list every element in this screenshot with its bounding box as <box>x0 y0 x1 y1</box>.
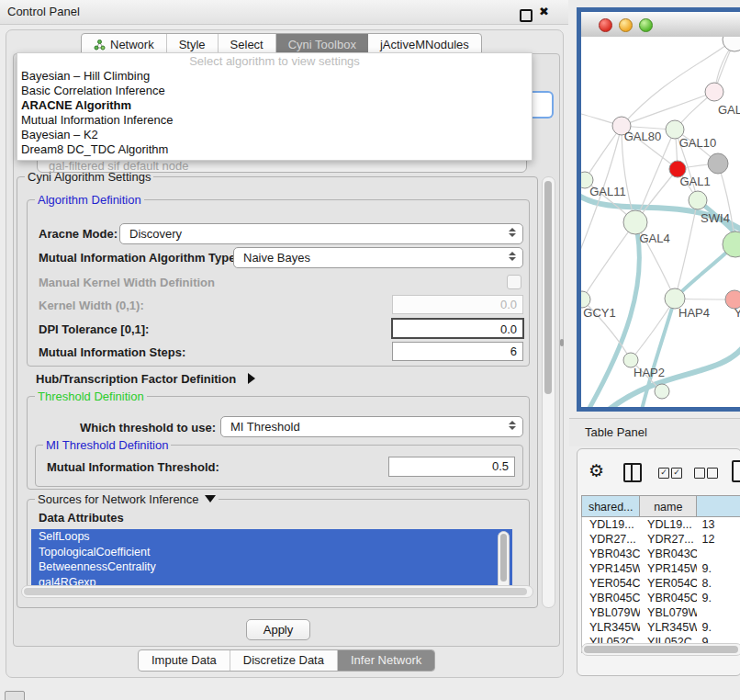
select-all-icon-2[interactable]: ✓ <box>671 468 682 479</box>
table-horizontal-scrollbar[interactable] <box>581 643 740 656</box>
table-cell: 9. <box>697 561 740 576</box>
bottom-tab-infer-network[interactable]: Infer Network <box>338 650 434 671</box>
dropdown-item[interactable]: Basic Correlation Inference <box>17 84 532 98</box>
table-row[interactable]: YPR145WYPR145W9. <box>582 561 740 576</box>
algorithm-definition-title: Algorithm Definition <box>35 193 144 207</box>
table-row[interactable]: YDL19...YDL19...13 <box>582 517 740 532</box>
dropdown-item[interactable]: Bayesian – K2 <box>17 128 532 142</box>
network-edge <box>585 126 622 180</box>
mi-threshold-field[interactable]: 0.5 <box>388 457 515 477</box>
gear-icon[interactable]: ⚙ <box>589 460 604 481</box>
aracne-mode-combo[interactable]: Discovery <box>119 223 523 244</box>
network-window: GALGAL80GAL10GAL1SWI4GAL4GCY1HAP4YHAP2GA… <box>577 7 740 412</box>
column-header[interactable]: name <box>639 495 696 517</box>
close-traffic-light-icon[interactable] <box>599 18 612 32</box>
which-threshold-label: Which threshold to use: <box>80 421 216 435</box>
dpi-tolerance-field[interactable]: 0.0 <box>391 318 524 339</box>
manual-kernel-checkbox[interactable] <box>507 275 521 289</box>
table-cell: YBR043C <box>640 547 696 561</box>
network-edge <box>622 92 714 126</box>
dropdown-item[interactable]: Bayesian – Hill Climbing <box>17 69 532 84</box>
table-row[interactable]: YER054CYER054C8. <box>582 576 740 591</box>
node-label: GAL <box>718 103 740 117</box>
dropdown-item[interactable]: Dream8 DC_TDC Algorithm <box>17 142 532 157</box>
app-root: Control Panel ✖ NetworkStyleSelectCyni T… <box>0 0 740 700</box>
attributes-scrollbar[interactable] <box>498 531 510 592</box>
table-row[interactable]: YBR045CYBR045C9. <box>582 591 740 605</box>
node-label: SWI4 <box>701 211 730 225</box>
network-node[interactable] <box>705 83 723 101</box>
stepper-icon <box>509 421 516 430</box>
which-threshold-value: MI Threshold <box>230 420 300 434</box>
table-cell: YDR27... <box>582 532 640 547</box>
hub-definition-toggle[interactable]: Hub/Transcription Factor Definition <box>36 370 255 387</box>
attribute-item[interactable]: BetweennessCentrality <box>31 559 512 575</box>
dropdown-item[interactable]: ARACNE Algorithm <box>17 98 532 113</box>
mi-steps-field[interactable]: 6 <box>392 342 523 361</box>
table-cell: YBR043C <box>582 547 640 561</box>
data-attributes-label: Data Attributes <box>39 511 124 525</box>
expanded-arrow-icon <box>205 495 216 502</box>
bottom-tab-impute-data[interactable]: Impute Data <box>139 650 230 671</box>
deselect-all-icon[interactable] <box>694 468 705 479</box>
network-edge <box>631 299 675 360</box>
columns-icon[interactable] <box>623 463 642 482</box>
network-canvas[interactable]: GALGAL80GAL10GAL1SWI4GAL4GCY1HAP4YHAP2GA… <box>581 37 740 407</box>
close-icon[interactable]: ✖ <box>539 5 549 18</box>
network-node[interactable] <box>689 191 707 209</box>
split-pane-handle[interactable] <box>560 339 564 346</box>
dropdown-item[interactable]: Mutual Information Inference <box>17 113 532 128</box>
network-icon <box>94 40 106 51</box>
corner-widget[interactable] <box>5 691 25 700</box>
node-label: Y <box>734 306 740 320</box>
minimize-traffic-light-icon[interactable] <box>619 18 633 32</box>
attribute-item[interactable]: TopologicalCoefficient <box>31 545 512 560</box>
table-cell: YDR27... <box>640 532 696 547</box>
kernel-width-field: 0.0 <box>392 295 523 314</box>
column-header[interactable]: shared... <box>581 495 639 517</box>
algorithm-dropdown-list: Bayesian – Hill ClimbingBasic Correlatio… <box>17 69 532 157</box>
table-cell <box>697 547 740 561</box>
mi-type-combo[interactable]: Naive Bayes <box>233 247 523 268</box>
settings-horizontal-scrollbar[interactable] <box>21 585 533 598</box>
attribute-item[interactable]: SelfLoops <box>31 529 512 545</box>
node-label: GAL11 <box>589 185 626 198</box>
table-cell: 9. <box>697 620 740 635</box>
export-table-icon[interactable] <box>732 460 740 482</box>
bottom-tab-discretize-data[interactable]: Discretize Data <box>230 650 338 671</box>
table-panel: ⚙ ✓ ✓ shared...name YDL19...YDL19...13YD… <box>577 448 740 676</box>
table-cell: YER054C <box>582 576 640 591</box>
network-node[interactable] <box>655 384 669 399</box>
stepper-icon <box>509 252 516 261</box>
algorithm-dropdown: Select algorithm to view settings Bayesi… <box>17 52 533 161</box>
network-node[interactable] <box>708 153 728 174</box>
table-cell: YBR045C <box>640 591 696 605</box>
table-row[interactable]: YLR345WYLR345W9. <box>582 620 740 635</box>
table-panel-titlebar: Table Panel <box>569 418 740 446</box>
threshold-definition-title: Threshold Definition <box>35 390 147 403</box>
select-all-icon[interactable]: ✓ <box>658 468 669 479</box>
table-row[interactable]: YBL079WYBL079W <box>582 605 740 620</box>
network-node[interactable] <box>723 37 740 51</box>
table-cell: YLR345W <box>640 620 696 635</box>
check-glyph: ✓ <box>660 468 667 477</box>
network-edge <box>675 200 698 299</box>
column-header[interactable] <box>696 495 740 517</box>
mi-threshold-label: Mutual Information Threshold: <box>47 460 219 474</box>
control-panel-titlebar: Control Panel ✖ <box>0 0 568 25</box>
table-row[interactable]: YDR27...YDR27...12 <box>582 532 740 547</box>
settings-vertical-scrollbar[interactable] <box>542 176 555 608</box>
check-glyph: ✓ <box>673 468 680 477</box>
cyni-algorithm-settings-group: Cyni Algorithm Settings Algorithm Defini… <box>17 176 538 608</box>
table-cell <box>697 605 740 620</box>
table-row[interactable]: YBR043CYBR043C <box>582 547 740 561</box>
bottom-tab-bar: Impute DataDiscretize DataInfer Network <box>138 649 435 672</box>
sources-group-title[interactable]: Sources for Network Inference <box>35 492 219 506</box>
deselect-all-icon-2[interactable] <box>707 468 718 479</box>
which-threshold-combo[interactable]: MI Threshold <box>220 416 523 437</box>
apply-button[interactable]: Apply <box>246 619 310 640</box>
zoom-traffic-light-icon[interactable] <box>639 18 653 32</box>
aracne-mode-label: Aracne Mode: <box>39 227 118 241</box>
sources-group: Sources for Network Inference Data Attri… <box>27 499 530 596</box>
float-window-icon[interactable] <box>520 9 533 22</box>
